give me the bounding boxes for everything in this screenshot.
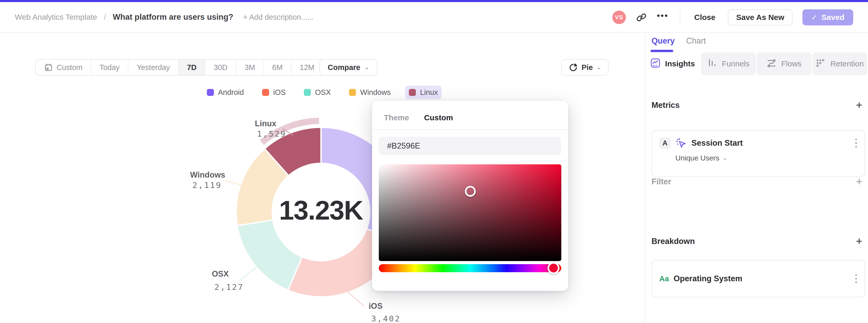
legend-item-android[interactable]: Android [203,86,248,99]
filter-section-title: Filter [652,177,671,186]
add-description-button[interactable]: + Add description...... [243,13,314,22]
hue-slider-thumb[interactable] [548,262,559,274]
range-3m[interactable]: 3M [236,60,264,75]
label-leader-line [347,292,364,306]
view-tab-insights[interactable]: Insights [645,52,700,75]
legend-label: iOS [273,88,286,97]
insight-editor-window: Web Analytics Template / What platform a… [0,0,868,323]
metrics-section-title: Metrics [652,101,680,110]
tab-theme[interactable]: Theme [384,113,409,122]
range-7d[interactable]: 7D [178,60,205,75]
breakdown-section-header: Breakdown + [652,233,862,249]
check-icon: ✓ [811,13,817,22]
slice-label-name: OSX [212,269,229,279]
view-tab-label: Retention [830,59,864,68]
range-30d[interactable]: 30D [205,60,236,75]
calendar-icon [44,63,53,72]
add-filter-button[interactable]: + [856,178,862,186]
slice-label-name: iOS [369,301,382,311]
hex-color-input[interactable] [379,137,561,155]
chart-type-label: Pie [582,63,593,72]
close-button[interactable]: Close [692,9,718,25]
view-tab-funnels[interactable]: Funnels [701,52,756,75]
save-as-new-button[interactable]: Save As New [728,9,793,25]
gradient-cursor[interactable] [465,186,476,197]
funnels-icon [707,58,717,70]
view-tab-label: Flows [781,59,801,68]
saved-button-label: Saved [822,13,844,22]
legend-label: Android [218,88,244,97]
breadcrumb-separator: / [104,13,106,22]
share-link-button[interactable] [636,12,647,23]
metric-menu-button[interactable] [854,138,858,149]
tab-custom[interactable]: Custom [424,113,453,122]
chevron-down-icon: ⌄ [596,65,601,70]
metrics-section-header: Metrics + [652,101,862,110]
add-breakdown-button[interactable]: + [856,237,862,245]
metric-card[interactable]: A Session Start Unique Users ⌄ [652,130,865,177]
range-custom[interactable]: Custom [36,60,91,75]
chevron-down-icon: ⌄ [365,65,369,70]
query-sidebar: Query Chart InsightsFunnelsFlowsRetentio… [645,33,868,323]
range-6m[interactable]: 6M [264,60,291,75]
metric-label: Session Start [691,138,849,148]
legend-item-windows[interactable]: Windows [345,86,394,99]
link-icon [636,12,647,23]
breakdown-menu-button[interactable] [854,273,858,284]
compare-label: Compare [328,63,360,72]
header: Web Analytics Template / What platform a… [0,2,868,33]
sparkle-cursor-icon [675,137,687,149]
aggregation-dropdown[interactable]: Unique Users ⌄ [652,149,865,162]
flows-icon [767,58,776,70]
pie-slice-osx[interactable] [237,220,302,290]
page-title[interactable]: What platform are users using? [113,12,233,22]
more-options-button[interactable]: ••• [657,12,669,23]
color-picker-popup: Theme Custom [372,101,568,291]
label-leader-line [240,267,257,281]
series-badge: A [659,137,671,149]
range-yesterday[interactable]: Yesterday [128,60,178,75]
header-actions: VS ••• Close Save As New ✓ Saved [612,2,853,33]
slice-label-value: 2,119 [192,181,222,190]
filter-section-header: Filter + [652,174,862,190]
view-tab-flows[interactable]: Flows [757,52,812,75]
legend-swatch [262,89,269,96]
chart-legend: AndroidiOSOSXWindowsLinux [0,86,645,99]
legend-swatch [409,89,416,96]
hue-slider[interactable] [379,264,561,272]
legend-item-ios[interactable]: iOS [258,86,289,99]
legend-swatch [349,89,356,96]
saturation-gradient-area[interactable] [379,164,561,261]
tab-chart[interactable]: Chart [686,36,706,45]
popup-divider [372,129,568,130]
active-tab-underline [650,50,673,52]
range-12m[interactable]: 12M [291,60,322,75]
text-property-icon: Aa [659,274,669,283]
legend-label: Windows [360,88,391,97]
chart-type-button[interactable]: Pie ⌄ [561,59,609,76]
breadcrumb-root[interactable]: Web Analytics Template [15,13,97,22]
legend-label: Linux [420,88,438,97]
breakdown-label: Operating System [674,274,849,283]
pie-icon [568,63,578,72]
color-picker-tabs: Theme Custom [372,101,568,122]
tab-query[interactable]: Query [652,36,675,45]
avatar[interactable]: VS [612,11,626,24]
top-accent-bar [0,0,868,2]
slice-label-name: Linux [255,119,276,128]
view-tab-retention[interactable]: Retention [812,52,867,75]
breadcrumb: Web Analytics Template / What platform a… [0,12,313,22]
add-metric-button[interactable]: + [856,101,862,109]
compare-button[interactable]: Compare ⌄ [319,59,377,76]
retention-icon [816,58,826,70]
date-range-group: CustomTodayYesterday7D30D3M6M12MXTD⌄ [35,59,364,76]
saved-button[interactable]: ✓ Saved [802,9,853,25]
slice-label-value: 2,127 [214,282,244,292]
insights-icon [650,58,660,70]
sidebar-tabs: Query Chart [652,36,706,45]
breakdown-card[interactable]: Aa Operating System [652,260,865,297]
slice-label-name: Windows [190,170,225,180]
legend-item-osx[interactable]: OSX [300,86,335,99]
range-today[interactable]: Today [91,60,128,75]
legend-item-linux[interactable]: Linux [405,86,441,99]
